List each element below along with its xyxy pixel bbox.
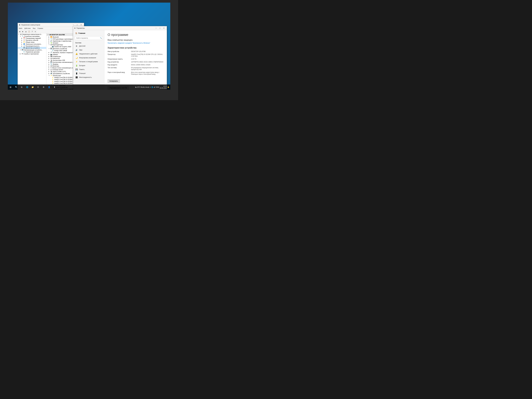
settings-nav-multitask[interactable]: ⬛ Многозадачность — [73, 75, 104, 79]
about-section-title: Характеристики устройства — [108, 47, 164, 49]
settings-nav-display[interactable]: 🖥 Дисплей — [73, 44, 104, 48]
taskbar-edge[interactable]: 🌐 — [25, 84, 30, 90]
device-root-expand: ▼ — [47, 34, 49, 35]
tree-users-label: Локальные пользовате... — [25, 43, 42, 45]
device-dvd-icon: 💿 — [50, 38, 52, 40]
about-copy-button[interactable]: Копировать — [108, 79, 120, 83]
toolbar-view[interactable]: ≡ — [34, 30, 37, 33]
battery-icon: 🔋 — [75, 64, 78, 67]
settings-search-input[interactable] — [75, 36, 103, 40]
tree-disk-mgmt[interactable]: 💿 Управление дисками — [18, 51, 46, 53]
start-button[interactable]: ⊞ — [8, 84, 13, 90]
settings-section-sistema: Система — [73, 41, 104, 44]
sound-icon: 🔊 — [75, 49, 78, 51]
device-comp-icon: 🖥 — [50, 57, 52, 59]
taskbar-right: 🌤 18°C Mostly cloudy ∧ 🌐 🔊 ENG 13:25 29.… — [135, 85, 170, 89]
settings-nav-panel: 🏠 Главная 🔍 Система 🖥 Дисплей — [73, 30, 104, 90]
settings-close[interactable]: ✕ — [162, 27, 166, 30]
menu-help[interactable]: Справка — [37, 27, 44, 29]
tree-perf-label: Производительность — [25, 45, 39, 47]
clock-time: 13:25 — [160, 85, 167, 87]
settings-titlebar: ⚙ Параметры ─ □ ✕ — [73, 26, 167, 30]
device-ssd-label: kimtigo SSD 128GB — [54, 50, 67, 51]
tree-scheduler[interactable]: ▶ 📅 Планировщик заданий — [18, 37, 46, 39]
about-device-name-label: Имя устройства — [108, 51, 131, 52]
device-audio-expand: ▶ — [49, 40, 50, 42]
settings-title: Параметры — [76, 27, 154, 29]
settings-maximize[interactable]: □ — [158, 27, 162, 30]
comp-mgmt-close[interactable]: ✕ — [79, 24, 83, 26]
tree-disk-label: Управление дисками — [25, 51, 39, 53]
about-row-device-id: Код устройства 187FBFFD-35EE-4CDA-A895-C… — [108, 61, 164, 63]
settings-home-label: Главная — [78, 32, 85, 34]
device-cpu1-icon: ⚡ — [52, 78, 54, 80]
tray-lang[interactable]: ENG — [156, 86, 159, 88]
about-product-id-value: 00331-10000-00001-AA826 — [131, 64, 164, 66]
weather-widget[interactable]: 🌤 18°C Mostly cloudy — [135, 86, 149, 88]
taskbar-taskview[interactable]: ⧉ — [19, 84, 24, 90]
device-igfx-label: Intel(R) HD Graphics 4000 — [54, 46, 71, 47]
toolbar-forward[interactable]: ► — [21, 30, 24, 33]
device-audio-label: Аудиовходы и аудиовыходы — [53, 40, 71, 42]
system-tray: ∧ 🌐 🔊 ENG — [150, 86, 159, 88]
settings-nav-sound[interactable]: 🔊 Звук — [73, 48, 104, 52]
settings-minimize[interactable]: ─ — [154, 27, 158, 30]
settings-nav-focus[interactable]: 🌙 Фокусировка внимания — [73, 56, 104, 60]
taskbar-clock[interactable]: 13:25 29.04.2024 — [160, 85, 167, 89]
taskbar-app2[interactable]: ⬇ — [52, 84, 57, 90]
comp-mgmt-controls: ─ □ ✕ — [71, 24, 83, 26]
taskbar-search[interactable]: 🔍 — [13, 84, 19, 90]
device-comp-expand: ▶ — [49, 58, 50, 59]
device-cpu0-icon: ⚡ — [52, 76, 54, 78]
tree-root-icon: 🖥 — [20, 33, 21, 35]
tree-service-programs[interactable]: ▼ 🔧 Служебные программы — [18, 35, 46, 37]
about-security-link[interactable]: Просмотреть сведения в разделе "Безопасн… — [108, 42, 150, 44]
device-root-label: DESKTOP-1DL978B — [51, 34, 65, 35]
taskbar-settings[interactable]: ⚙ — [41, 84, 46, 90]
toolbar-show-hide[interactable]: 📋 — [28, 30, 31, 33]
taskbar-explorer[interactable]: 📁 — [30, 84, 35, 90]
tree-device-manager[interactable]: 💻 Диспетчер устройств — [18, 47, 46, 49]
memory-icon: 💾 — [75, 69, 78, 70]
focus-icon: 🌙 — [75, 57, 78, 59]
tree-event-viewer[interactable]: ▶ 📋 Просмотр событий — [18, 39, 46, 41]
tree-disk-icon: 💿 — [23, 51, 25, 53]
taskbar-opera[interactable]: O — [35, 84, 41, 90]
settings-nav-battery[interactable]: 🔋 Батарея — [73, 64, 104, 68]
tree-expand-events: ▶ — [21, 39, 23, 41]
settings-nav-notifications[interactable]: 🔔 Уведомления и действия — [73, 52, 104, 56]
tree-events-label: Просмотр событий — [25, 39, 38, 41]
comp-mgmt-minimize[interactable]: ─ — [71, 24, 75, 26]
tray-chevron[interactable]: ∧ — [150, 86, 151, 88]
settings-nav-memory[interactable]: 💾 Память — [73, 68, 104, 71]
device-video-expand: ▼ — [49, 44, 50, 45]
tree-expand-perf: ▶ — [21, 45, 23, 47]
taskbar-app1[interactable]: 👤 — [46, 84, 52, 90]
toolbar-back[interactable]: ◄ — [18, 30, 21, 33]
device-cam-label: Камеры — [53, 54, 58, 55]
tree-local-users[interactable]: ▶ 👤 Локальные пользовате... — [18, 43, 46, 45]
about-device-id-label: Код устройства — [108, 61, 131, 63]
tree-services-apps[interactable]: ▶ ⚙ Службы и приложения — [18, 53, 46, 55]
menu-action[interactable]: Действие — [24, 27, 31, 29]
toolbar-up[interactable]: ▲ — [25, 30, 27, 33]
tree-performance[interactable]: ▶ 📊 Производительность — [18, 45, 46, 47]
settings-nav-tablet[interactable]: 📱 Планшет — [73, 71, 104, 75]
tray-network[interactable]: 🌐 — [151, 86, 153, 88]
menu-file[interactable]: Файл — [18, 27, 23, 29]
device-mon-expand: ▶ — [49, 65, 50, 67]
tray-notification[interactable]: 🔔 — [167, 86, 169, 88]
tree-storage[interactable]: ▼ 💾 Запоминающие устройств... — [18, 49, 46, 51]
device-cpu2-icon: ⚡ — [52, 81, 54, 82]
toolbar-help[interactable]: ? — [31, 30, 34, 33]
comp-mgmt-maximize[interactable]: □ — [75, 24, 79, 26]
device-sc-expand: ▶ — [49, 62, 50, 63]
device-bt-label: Bluetooth — [53, 36, 59, 38]
tray-volume[interactable]: 🔊 — [154, 86, 156, 88]
device-kb-label: Клавиатуры — [53, 56, 61, 57]
tree-root[interactable]: ▼ 🖥 Управление компьютером (л... — [18, 33, 46, 35]
settings-nav-power[interactable]: ⚡ Питание и спящий режим — [73, 60, 104, 64]
tree-shared-folders[interactable]: ▶ 📁 Общие папки — [18, 41, 46, 43]
menu-view[interactable]: Вид — [32, 27, 36, 29]
settings-home-btn[interactable]: 🏠 Главная — [73, 31, 104, 35]
